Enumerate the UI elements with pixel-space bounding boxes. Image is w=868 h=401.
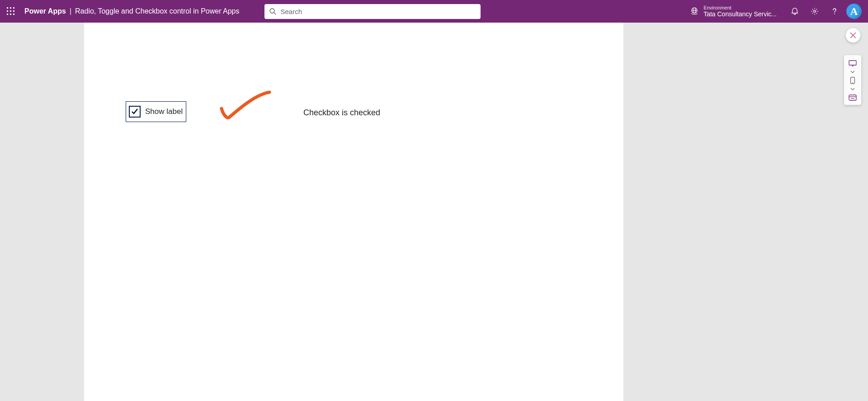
avatar-initial: A bbox=[850, 5, 858, 18]
checkbox-label: Show label bbox=[145, 107, 183, 116]
show-label-checkbox[interactable]: Show label bbox=[126, 101, 186, 122]
settings-button[interactable] bbox=[805, 0, 825, 23]
svg-rect-6 bbox=[7, 14, 8, 15]
environment-picker[interactable]: Environment Tata Consultancy Servic... bbox=[690, 5, 785, 18]
help-button[interactable] bbox=[825, 0, 844, 23]
svg-rect-22 bbox=[849, 95, 856, 100]
desktop-icon bbox=[849, 60, 857, 67]
svg-rect-8 bbox=[13, 14, 14, 15]
svg-rect-1 bbox=[10, 7, 11, 9]
search-input[interactable] bbox=[281, 8, 476, 15]
svg-rect-7 bbox=[10, 14, 11, 15]
checkbox-box[interactable] bbox=[129, 106, 141, 118]
mobile-icon bbox=[849, 77, 857, 84]
device-mobile-chevron[interactable] bbox=[847, 87, 859, 91]
svg-point-15 bbox=[834, 14, 835, 14]
close-icon bbox=[850, 32, 856, 38]
svg-rect-2 bbox=[13, 7, 14, 9]
device-preview-panel bbox=[844, 55, 861, 105]
svg-line-10 bbox=[274, 13, 276, 14]
environment-icon bbox=[690, 7, 699, 16]
search-box[interactable] bbox=[264, 4, 481, 19]
search-icon bbox=[269, 8, 276, 15]
environment-label: Environment bbox=[703, 5, 777, 11]
environment-name: Tata Consultancy Servic... bbox=[703, 10, 777, 18]
svg-rect-4 bbox=[10, 10, 11, 12]
device-desktop-button[interactable] bbox=[847, 59, 859, 68]
device-custom-button[interactable] bbox=[847, 93, 859, 102]
current-app-name[interactable]: Radio, Toggle and Checkbox control in Po… bbox=[75, 7, 239, 15]
svg-rect-0 bbox=[7, 7, 8, 9]
gear-icon bbox=[811, 7, 819, 15]
preview-canvas: Show label Checkbox is checked bbox=[84, 23, 623, 401]
check-icon bbox=[131, 108, 138, 115]
device-desktop-chevron[interactable] bbox=[847, 70, 859, 74]
app-title: Power Apps | Radio, Toggle and Checkbox … bbox=[22, 7, 240, 15]
waffle-icon bbox=[7, 7, 15, 15]
help-icon bbox=[830, 7, 839, 15]
chevron-down-icon bbox=[850, 88, 855, 90]
user-avatar[interactable]: A bbox=[846, 4, 862, 19]
header-bar: Power Apps | Radio, Toggle and Checkbox … bbox=[0, 0, 868, 23]
bell-icon bbox=[791, 7, 799, 15]
svg-point-14 bbox=[814, 10, 816, 13]
svg-rect-3 bbox=[7, 10, 8, 12]
close-preview-button[interactable] bbox=[846, 28, 860, 42]
status-label: Checkbox is checked bbox=[303, 108, 380, 118]
title-separator: | bbox=[66, 7, 75, 15]
notifications-button[interactable] bbox=[785, 0, 805, 23]
svg-point-9 bbox=[270, 9, 274, 13]
app-launcher-button[interactable] bbox=[0, 0, 22, 23]
custom-size-icon bbox=[849, 94, 857, 101]
chevron-down-icon bbox=[850, 71, 855, 73]
svg-rect-18 bbox=[849, 61, 856, 65]
annotation-checkmark-icon bbox=[219, 90, 273, 122]
svg-rect-5 bbox=[13, 10, 14, 12]
product-name[interactable]: Power Apps bbox=[24, 7, 66, 15]
device-mobile-button[interactable] bbox=[847, 76, 859, 85]
